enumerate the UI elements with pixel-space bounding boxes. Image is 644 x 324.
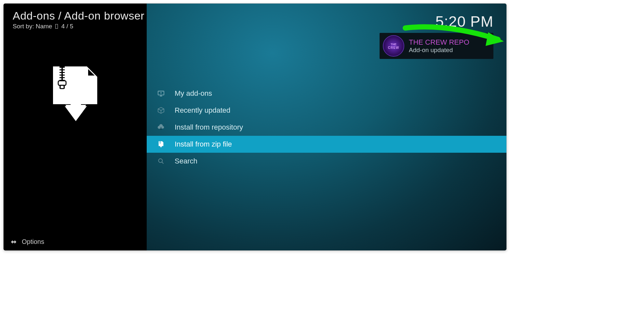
svg-rect-6: [63, 68, 65, 69]
zip-download-large-icon: [46, 63, 104, 124]
svg-rect-5: [60, 68, 61, 69]
clock: 5:20 PM: [436, 13, 493, 30]
menu-item-install-repository[interactable]: Install from repository: [147, 119, 506, 136]
notification-text: THE CREW REPO Add-on updated: [409, 38, 469, 54]
svg-rect-9: [60, 73, 61, 75]
options-icon: [10, 238, 17, 246]
svg-point-21: [160, 92, 162, 93]
breadcrumb: Add-ons / Add-on browser: [4, 4, 147, 22]
svg-rect-7: [60, 70, 61, 72]
monitor-icon: [156, 90, 166, 97]
notification-toast: THE CREW THE CREW REPO Add-on updated: [380, 33, 493, 59]
sort-position: 4 / 5: [61, 23, 73, 30]
menu-item-label: My add-ons: [175, 89, 212, 98]
notification-addon-icon: THE CREW: [383, 35, 404, 57]
menu-list: My add-ons Recently updated: [147, 85, 506, 170]
svg-rect-8: [63, 70, 65, 72]
sort-arrow-icon: [55, 24, 58, 29]
main-panel: 5:20 PM My add-ons: [147, 4, 506, 250]
options-label: Options: [22, 238, 44, 246]
menu-item-label: Install from repository: [175, 123, 243, 132]
box-icon: [156, 106, 166, 114]
menu-item-label: Install from zip file: [175, 140, 232, 148]
sort-line[interactable]: Sort by: Name 4 / 5: [4, 22, 147, 30]
sort-label: Sort by: Name: [13, 23, 52, 30]
svg-rect-16: [60, 85, 64, 89]
svg-point-23: [159, 159, 163, 163]
search-icon: [156, 157, 166, 165]
svg-rect-19: [71, 85, 80, 106]
options-button[interactable]: Options: [10, 238, 44, 246]
notification-subtitle: Add-on updated: [409, 47, 469, 54]
menu-item-search[interactable]: Search: [147, 153, 506, 170]
menu-item-install-zip[interactable]: Install from zip file: [147, 136, 506, 153]
sidebar-addon-graphic: [4, 63, 147, 124]
svg-rect-15: [58, 81, 66, 85]
svg-rect-13: [60, 78, 61, 80]
svg-rect-22: [160, 141, 160, 144]
svg-rect-10: [63, 73, 65, 75]
menu-item-recently-updated[interactable]: Recently updated: [147, 102, 506, 119]
breadcrumb-title: Add-ons / Add-on browser: [13, 9, 147, 22]
svg-rect-11: [60, 76, 61, 77]
sidebar: Add-ons / Add-on browser Sort by: Name 4…: [4, 4, 147, 250]
menu-item-label: Recently updated: [175, 106, 230, 115]
svg-rect-14: [63, 78, 65, 80]
cloud-download-icon: [156, 123, 166, 131]
notification-title: THE CREW REPO: [409, 38, 469, 47]
zip-download-icon: [156, 140, 166, 148]
menu-item-my-addons[interactable]: My add-ons: [147, 85, 506, 102]
app-window: Add-ons / Add-on browser Sort by: Name 4…: [3, 3, 507, 251]
svg-rect-12: [63, 76, 65, 77]
menu-item-label: Search: [175, 157, 197, 165]
